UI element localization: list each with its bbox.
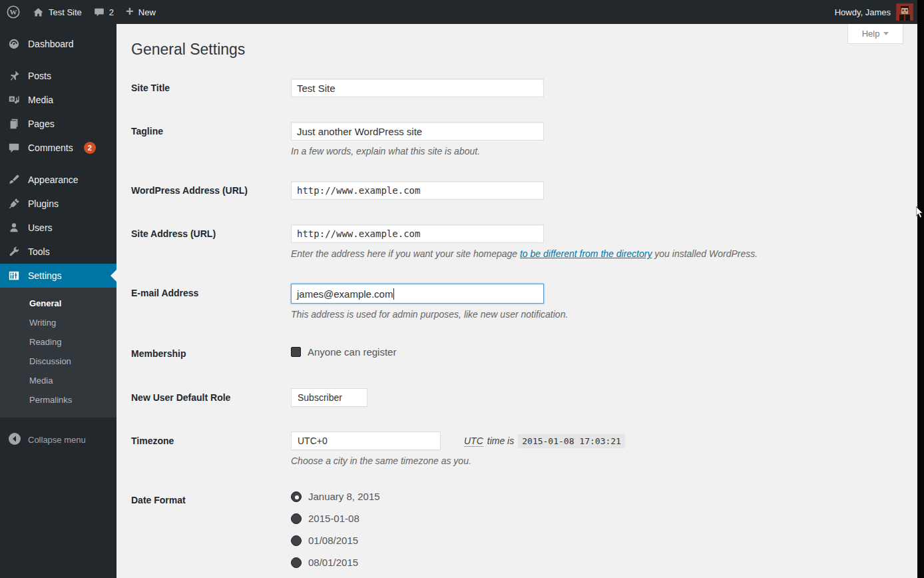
pages-icon — [7, 118, 21, 130]
date-format-label: Date Format — [131, 491, 291, 578]
timezone-row: Timezone UTC+0 UTC time is 2015-01-08 17… — [131, 432, 904, 466]
date-format-radio-3[interactable] — [291, 557, 302, 568]
text-caret — [393, 288, 394, 300]
date-format-radio-0[interactable] — [291, 491, 302, 502]
submenu-item-writing[interactable]: Writing — [0, 313, 116, 332]
sidebar-item-comments[interactable]: Comments 2 — [0, 136, 116, 160]
email-description: This address is used for admin purposes,… — [291, 309, 904, 320]
collapse-menu-label: Collapse menu — [28, 435, 86, 445]
howdy-text[interactable]: Howdy, James — [835, 7, 891, 17]
submenu-item-media[interactable]: Media — [0, 371, 116, 390]
admin-bar-comments[interactable]: 2 — [88, 0, 120, 24]
sidebar-item-label: Comments — [28, 143, 73, 153]
site-address-input[interactable] — [291, 224, 544, 243]
membership-row: Membership Anyone can register — [131, 344, 904, 359]
date-format-option-label: 01/08/2015 — [308, 535, 358, 546]
screen-edge-strip — [917, 0, 924, 578]
utc-abbr: UTC — [464, 435, 483, 447]
media-icon — [7, 94, 21, 106]
admin-bar-comments-count: 2 — [109, 7, 114, 17]
admin-bar-new[interactable]: + New — [120, 0, 162, 24]
wordpress-address-label: WordPress Address (URL) — [131, 181, 291, 200]
email-row: E-mail Address james@example.com This ad… — [131, 284, 904, 320]
sidebar-item-label: Settings — [28, 270, 62, 281]
sidebar-item-plugins[interactable]: Plugins — [0, 192, 116, 216]
default-role-value: Subscriber — [298, 392, 342, 403]
submenu-item-permalinks[interactable]: Permalinks — [0, 390, 116, 410]
email-field[interactable]: james@example.com — [291, 284, 544, 304]
tagline-label: Tagline — [131, 122, 291, 156]
anyone-can-register-checkbox[interactable] — [291, 347, 301, 357]
site-address-description: Enter the address here if you want your … — [291, 248, 904, 259]
timezone-select[interactable]: UTC+0 — [291, 432, 441, 450]
site-title-label: Site Title — [131, 79, 291, 97]
sidebar-item-label: Appearance — [28, 174, 79, 185]
sidebar-item-settings[interactable]: Settings — [0, 264, 116, 288]
help-label: Help — [862, 29, 880, 39]
pushpin-icon — [7, 70, 21, 82]
anyone-can-register-label: Anyone can register — [308, 346, 396, 358]
wordpress-address-row: WordPress Address (URL) — [131, 181, 904, 200]
sidebar-item-posts[interactable]: Posts — [0, 64, 116, 88]
comments-icon — [7, 142, 21, 154]
admin-bar-site-link[interactable]: Test Site — [27, 0, 88, 24]
utc-time-info: UTC time is 2015-01-08 17:03:21 — [464, 434, 625, 448]
date-format-radio-1[interactable] — [291, 513, 302, 524]
sidebar-item-appearance[interactable]: Appearance — [0, 168, 116, 192]
collapse-arrow-icon — [8, 432, 21, 447]
site-title-row: Site Title — [131, 79, 904, 97]
submenu-item-general[interactable]: General — [0, 294, 116, 313]
date-format-row: Date Format January 8, 2015 2015-01-08 0… — [131, 491, 904, 578]
sidebar-item-dashboard[interactable]: Dashboard — [0, 32, 116, 56]
sidebar-item-users[interactable]: Users — [0, 216, 116, 240]
date-format-option-label: 2015-01-08 — [308, 513, 359, 524]
sidebar-item-label: Plugins — [28, 198, 59, 209]
settings-icon — [7, 270, 21, 282]
main-content: Help General Settings Site Title Tagline… — [116, 24, 917, 578]
settings-submenu: General Writing Reading Discussion Media… — [0, 288, 116, 418]
admin-bar-site-name: Test Site — [49, 7, 82, 17]
different-directory-link[interactable]: to be different from the directory — [520, 248, 652, 259]
date-format-option-label: January 8, 2015 — [308, 491, 380, 502]
sidebar-item-label: Pages — [28, 119, 55, 129]
comments-badge: 2 — [84, 142, 96, 154]
sidebar-item-label: Users — [28, 222, 53, 233]
timezone-description: Choose a city in the same timezone as yo… — [291, 455, 904, 466]
dashboard-icon — [7, 38, 21, 50]
sidebar-item-label: Posts — [28, 71, 51, 81]
date-format-radio-2[interactable] — [291, 535, 302, 546]
email-value: james@example.com — [297, 288, 393, 300]
wordpress-logo-menu[interactable]: W — [0, 0, 27, 24]
membership-label: Membership — [131, 344, 291, 359]
help-button[interactable]: Help — [847, 24, 903, 44]
general-settings-form: Site Title Tagline In a few words, expla… — [131, 79, 904, 578]
timezone-value: UTC+0 — [298, 435, 328, 446]
collapse-menu-button[interactable]: Collapse menu — [0, 428, 116, 451]
svg-text:W: W — [10, 8, 17, 16]
tagline-input[interactable] — [291, 122, 544, 141]
wordpress-address-input[interactable] — [291, 181, 544, 200]
date-format-option: 08/01/2015 — [291, 557, 904, 568]
admin-bar: W Test Site 2 + New Howdy, James — [0, 0, 924, 24]
sidebar-item-tools[interactable]: Tools — [0, 240, 116, 264]
page-title: General Settings — [131, 40, 904, 59]
date-format-option-label: 08/01/2015 — [308, 557, 358, 568]
submenu-item-discussion[interactable]: Discussion — [0, 352, 116, 371]
site-address-desc-suffix: you installed WordPress. — [652, 248, 758, 259]
current-menu-arrow — [111, 270, 116, 282]
site-address-label: Site Address (URL) — [131, 224, 291, 259]
home-icon — [33, 7, 44, 18]
tagline-description: In a few words, explain what this site i… — [291, 146, 904, 156]
submenu-item-reading[interactable]: Reading — [0, 332, 116, 352]
sidebar-item-pages[interactable]: Pages — [0, 112, 116, 136]
date-format-option: January 8, 2015 — [291, 491, 904, 502]
default-role-select[interactable]: Subscriber — [291, 388, 367, 407]
utc-time-label: time is — [487, 435, 514, 446]
sidebar-item-label: Dashboard — [28, 39, 74, 49]
sidebar-item-media[interactable]: Media — [0, 88, 116, 112]
avatar[interactable] — [896, 3, 913, 21]
email-label: E-mail Address — [131, 284, 291, 320]
site-title-input[interactable] — [291, 79, 544, 97]
user-icon — [7, 222, 21, 234]
site-address-row: Site Address (URL) Enter the address her… — [131, 224, 904, 259]
